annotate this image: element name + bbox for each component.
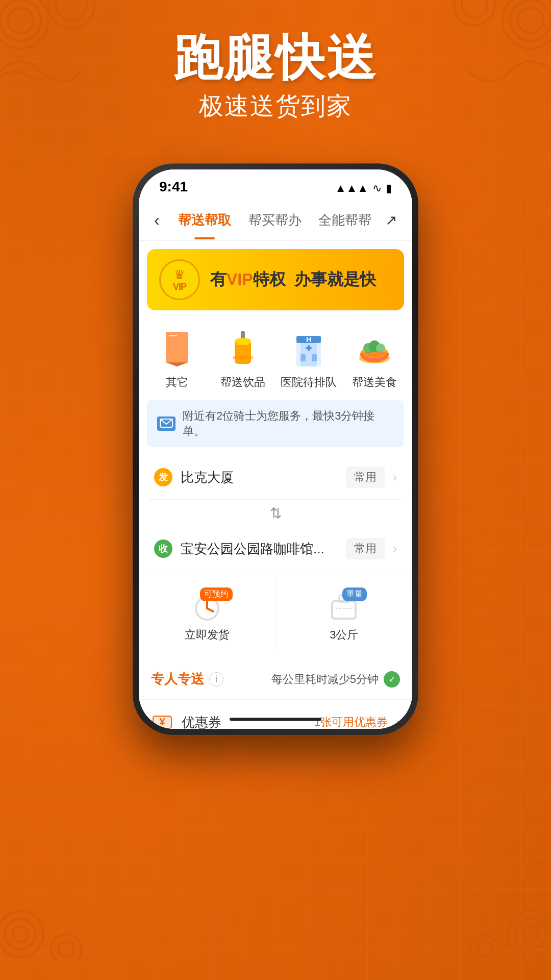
crown-icon: ♛ (173, 267, 186, 282)
to-address-row[interactable]: 收 宝安公园公园路咖啡馆... 常用 › (149, 527, 402, 571)
svg-rect-27 (233, 356, 253, 359)
svg-point-14 (59, 942, 74, 957)
svg-point-7 (518, 8, 543, 33)
notification-text: 附近有2位骑士为您服务，最快3分钟接单。 (183, 408, 394, 439)
svg-text:H: H (306, 335, 311, 344)
svg-point-19 (478, 942, 492, 957)
svg-rect-21 (169, 335, 177, 336)
hospital-icon: H (288, 329, 329, 370)
weight-badge: 重量 (342, 587, 367, 601)
swap-icon: ⇅ (270, 505, 282, 522)
svg-point-16 (515, 919, 546, 949)
coupon-row[interactable]: ¥ 优惠券 1张可用优惠券 › (139, 700, 412, 729)
swirl-bottom-left-icon (0, 868, 87, 960)
exclusive-left: 专人专送 i (151, 670, 223, 688)
to-arrow-icon: › (393, 542, 397, 556)
exclusive-desc: 每公里耗时减少5分钟 (271, 672, 379, 687)
phone-inner: 9:41 ▲▲▲ ∿ ▮ ‹ 帮送帮取 帮买帮办 全能帮帮 ↗ (139, 169, 412, 729)
svg-point-17 (523, 926, 538, 942)
back-button[interactable]: ‹ (154, 211, 160, 230)
svg-rect-34 (300, 354, 306, 361)
food-icon (354, 329, 395, 370)
vip-text: VIP (173, 282, 186, 292)
signal-icon: ▲▲▲ (335, 182, 368, 195)
service-hospital[interactable]: H 医院待排队 (276, 329, 341, 390)
check-icon: ✓ (384, 671, 400, 688)
from-dot: 发 (154, 468, 172, 486)
exclusive-right: 每公里耗时减少5分钟 ✓ (271, 671, 400, 688)
hero-title: 跑腿快送 (0, 31, 551, 85)
hero-subtitle: 极速送货到家 (0, 90, 551, 122)
notification-icon (157, 416, 176, 431)
hero-section: 跑腿快送 极速送货到家 (0, 31, 551, 122)
svg-rect-20 (166, 332, 188, 362)
wifi-icon: ∿ (372, 182, 382, 195)
nav-tabs: ‹ 帮送帮取 帮买帮办 全能帮帮 ↗ (139, 200, 412, 241)
exclusive-delivery-row[interactable]: 专人专送 i 每公里耗时减少5分钟 ✓ (139, 659, 412, 700)
option-immediate[interactable]: 可预约 立即发货 (139, 579, 276, 651)
svg-point-4 (56, 0, 87, 20)
tab-help-buy[interactable]: 帮买帮办 (240, 206, 310, 234)
phone-mockup: 9:41 ▲▲▲ ∿ ▮ ‹ 帮送帮取 帮买帮办 全能帮帮 ↗ (133, 163, 418, 735)
weight-label: 3公斤 (330, 627, 358, 643)
svg-point-12 (13, 926, 28, 942)
svg-point-9 (462, 0, 487, 18)
share-button[interactable]: ↗ (385, 212, 397, 229)
service-food[interactable]: 帮送美食 (341, 329, 407, 390)
vip-slogan: 有VIP特权 办事就是快 (210, 268, 376, 291)
service-icons: 其它 帮送饮品 (139, 318, 412, 400)
tab-help-send[interactable]: 帮送帮取 (170, 206, 240, 234)
drinks-icon (222, 329, 263, 370)
swap-button[interactable]: ⇅ (149, 500, 402, 527)
to-address-text: 宝安公园公园路咖啡馆... (181, 540, 338, 558)
svg-marker-22 (166, 362, 188, 366)
battery-icon: ▮ (386, 182, 392, 195)
swirl-bottom-right-icon (464, 868, 551, 960)
other-label: 其它 (166, 375, 188, 390)
vip-logo: ♛ VIP (159, 259, 200, 300)
svg-text:¥: ¥ (159, 716, 165, 727)
from-tag: 常用 (346, 467, 385, 488)
hospital-label: 医院待排队 (281, 375, 337, 390)
food-label: 帮送美食 (352, 375, 397, 390)
svg-rect-35 (312, 354, 317, 361)
tab-all-help[interactable]: 全能帮帮 (310, 206, 380, 234)
home-indicator (230, 718, 321, 721)
weight-icon-wrap: 重量 (326, 592, 362, 622)
svg-point-8 (454, 0, 495, 26)
app-content: ‹ 帮送帮取 帮买帮办 全能帮帮 ↗ ♛ VIP 有VIP特权 (139, 200, 412, 729)
other-icon (157, 329, 197, 370)
svg-point-2 (8, 8, 33, 33)
info-icon: i (209, 672, 223, 687)
coupon-icon: ¥ (151, 711, 173, 729)
immediate-icon-wrap: 可预约 (189, 592, 225, 622)
immediate-badge: 可预约 (200, 587, 233, 601)
exclusive-label: 专人专送 (151, 670, 204, 688)
address-section: 发 比克大厦 常用 › ⇅ 收 宝安公园公园路咖啡馆... 常用 › (139, 455, 412, 571)
notification-bar: 附近有2位骑士为您服务，最快3分钟接单。 (147, 400, 404, 447)
service-drinks[interactable]: 帮送饮品 (210, 329, 276, 390)
to-dot: 收 (154, 540, 172, 558)
coupon-label: 优惠券 (182, 714, 306, 729)
options-row: 可预约 立即发货 重量 3公斤 (139, 579, 412, 651)
to-tag: 常用 (346, 538, 385, 559)
from-arrow-icon: › (393, 470, 397, 484)
drinks-label: 帮送饮品 (220, 375, 265, 390)
status-bar: 9:41 ▲▲▲ ∿ ▮ (139, 169, 412, 200)
from-address-text: 比克大厦 (181, 469, 338, 486)
svg-rect-45 (332, 601, 356, 619)
phone-outer: 9:41 ▲▲▲ ∿ ▮ ‹ 帮送帮取 帮买帮办 全能帮帮 ↗ (133, 163, 418, 735)
immediate-label: 立即发货 (185, 627, 230, 643)
svg-point-26 (235, 338, 251, 344)
svg-point-13 (51, 934, 82, 960)
status-time: 9:41 (159, 179, 188, 195)
service-other[interactable]: 其它 (144, 329, 210, 390)
from-address-row[interactable]: 发 比克大厦 常用 › (149, 455, 402, 500)
svg-point-11 (5, 919, 36, 949)
vip-banner[interactable]: ♛ VIP 有VIP特权 办事就是快 (147, 249, 404, 310)
svg-rect-29 (300, 340, 317, 366)
option-weight[interactable]: 重量 3公斤 (276, 579, 413, 651)
svg-rect-33 (308, 345, 310, 351)
status-icons: ▲▲▲ ∿ ▮ (335, 182, 392, 195)
coupon-value: 1张可用优惠券 (314, 715, 388, 729)
